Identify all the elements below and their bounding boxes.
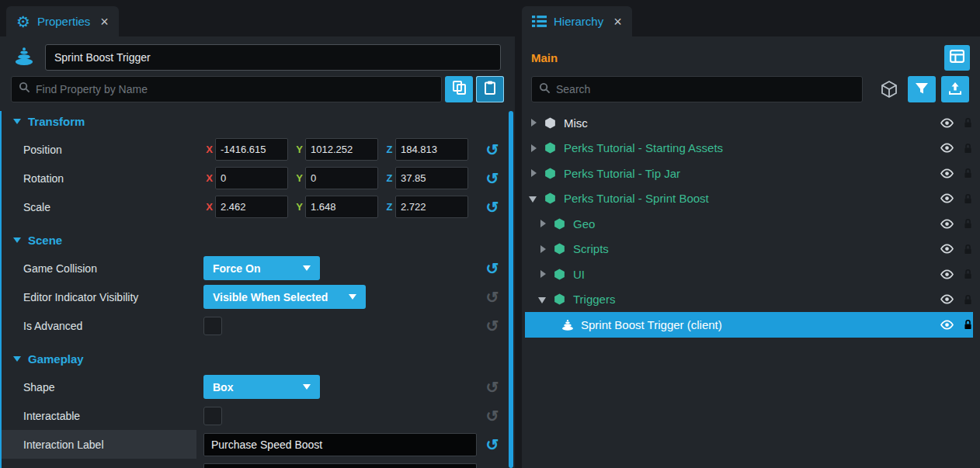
copy-properties-button[interactable] xyxy=(445,76,473,102)
reset-icon[interactable]: ↺ xyxy=(482,261,502,276)
visibility-eye-icon[interactable] xyxy=(940,118,954,128)
property-search-row xyxy=(0,71,515,102)
position-x-input[interactable] xyxy=(215,138,288,161)
lock-icon[interactable] xyxy=(963,193,973,204)
visibility-eye-icon[interactable] xyxy=(940,168,954,179)
template-grid-icon xyxy=(950,49,964,66)
object-name-input[interactable] xyxy=(45,44,501,71)
scale-y-input[interactable] xyxy=(305,196,378,218)
property-search-box[interactable] xyxy=(11,76,442,102)
position-z-input[interactable] xyxy=(395,138,468,161)
lock-icon[interactable] xyxy=(963,319,973,330)
3d-cube-icon[interactable] xyxy=(880,80,898,99)
lock-icon[interactable] xyxy=(963,244,973,255)
publish-upload-button[interactable] xyxy=(941,76,969,102)
property-row-scale: Scale X Y Z ↺ xyxy=(0,192,515,221)
visibility-eye-icon[interactable] xyxy=(940,143,954,153)
filter-button[interactable] xyxy=(908,76,936,102)
game-collision-dropdown[interactable]: Force On xyxy=(203,256,320,280)
vertical-scrollbar[interactable] xyxy=(509,111,513,468)
chevron-right-icon[interactable] xyxy=(537,244,548,255)
is-advanced-checkbox[interactable] xyxy=(203,317,222,335)
chevron-right-icon[interactable] xyxy=(528,143,539,154)
rotation-z-input[interactable] xyxy=(395,167,468,189)
interaction-label-input[interactable] xyxy=(203,433,477,456)
rotation-y-input[interactable] xyxy=(305,167,378,189)
reset-icon: ↺ xyxy=(482,318,502,334)
tree-item-perks-starting-assets[interactable]: Perks Tutorial - Starting Assets xyxy=(525,136,973,161)
tree-item-ui[interactable]: UI xyxy=(525,262,973,287)
hierarchy-header: Main xyxy=(522,36,980,71)
tree-item-triggers[interactable]: Triggers xyxy=(525,287,973,313)
hierarchy-search-box[interactable] xyxy=(531,76,863,102)
lock-icon[interactable] xyxy=(963,218,973,229)
visibility-eye-icon[interactable] xyxy=(940,193,954,203)
group-cube-icon xyxy=(544,192,558,205)
hierarchy-toolbar xyxy=(522,71,980,103)
properties-panel: Transform Position X Y Z ↺ Rotation X Y … xyxy=(0,36,515,468)
template-button[interactable] xyxy=(944,45,970,71)
property-row-shape: Shape Box ↺ xyxy=(0,373,515,401)
hierarchy-tree: Misc Perks Tutorial - Starting Assets xyxy=(522,103,980,338)
close-icon[interactable]: × xyxy=(100,15,109,29)
lock-icon[interactable] xyxy=(963,168,973,179)
section-header-scene[interactable]: Scene xyxy=(0,231,515,248)
chevron-right-icon[interactable] xyxy=(537,218,548,229)
visibility-eye-icon[interactable] xyxy=(940,244,954,254)
tree-item-label: Misc xyxy=(564,116,588,130)
visibility-eye-icon[interactable] xyxy=(940,320,954,330)
reset-icon[interactable]: ↺ xyxy=(482,171,502,186)
tab-hierarchy[interactable]: Hierarchy × xyxy=(522,6,632,36)
scale-x-input[interactable] xyxy=(215,196,288,218)
section-header-gameplay[interactable]: Gameplay xyxy=(0,350,515,367)
hierarchy-search-input[interactable] xyxy=(556,83,855,95)
chevron-right-icon[interactable] xyxy=(537,269,548,279)
dropdown-value: Visible When Selected xyxy=(213,291,328,303)
scale-z-input[interactable] xyxy=(395,196,468,218)
position-y-input[interactable] xyxy=(305,138,378,161)
tree-item-sprint-boost-trigger[interactable]: Sprint Boost Trigger (client) xyxy=(525,312,973,338)
tab-properties[interactable]: ⚙ Properties × xyxy=(6,6,119,36)
chevron-down-icon xyxy=(13,356,21,362)
lock-icon[interactable] xyxy=(963,143,973,154)
lock-icon[interactable] xyxy=(963,117,973,128)
property-search-input[interactable] xyxy=(36,83,434,95)
chevron-expanded-icon[interactable] xyxy=(537,294,548,305)
tree-item-label: Triggers xyxy=(573,293,615,306)
axis-z-label: Z xyxy=(384,201,395,213)
section-title: Scene xyxy=(28,234,62,247)
group-cube-icon xyxy=(544,116,558,130)
reset-icon[interactable]: ↺ xyxy=(482,142,502,158)
section-header-transform[interactable]: Transform xyxy=(0,113,515,130)
tree-item-misc[interactable]: Misc xyxy=(525,110,973,136)
lock-icon[interactable] xyxy=(963,269,973,279)
chevron-expanded-icon[interactable] xyxy=(528,193,539,204)
interactable-checkbox[interactable] xyxy=(203,407,222,425)
reset-icon[interactable]: ↺ xyxy=(482,199,502,215)
tree-item-scripts[interactable]: Scripts xyxy=(525,237,973,262)
reset-icon[interactable]: ↺ xyxy=(482,437,502,452)
shape-dropdown[interactable]: Box xyxy=(203,375,320,399)
paste-properties-button[interactable] xyxy=(476,76,504,102)
visibility-eye-icon[interactable] xyxy=(940,294,954,304)
chevron-right-icon[interactable] xyxy=(528,168,539,179)
property-row-game-collision: Game Collision Force On ↺ xyxy=(0,254,515,283)
root-scene-label[interactable]: Main xyxy=(531,51,558,64)
tree-item-geo[interactable]: Geo xyxy=(525,211,973,237)
group-cube-icon xyxy=(553,242,568,255)
panel-focus-edge xyxy=(0,111,2,468)
chevron-right-icon[interactable] xyxy=(528,117,539,128)
property-label: Rotation xyxy=(0,164,203,192)
visibility-eye-icon[interactable] xyxy=(940,219,954,229)
visibility-eye-icon[interactable] xyxy=(940,269,954,279)
tree-item-perks-sprint-boost[interactable]: Perks Tutorial - Sprint Boost xyxy=(525,186,973,212)
rotation-x-input[interactable] xyxy=(215,167,288,189)
lock-icon[interactable] xyxy=(963,294,973,305)
reset-icon: ↺ xyxy=(482,380,502,395)
axis-y-label: Y xyxy=(294,172,305,184)
close-icon[interactable]: × xyxy=(613,15,622,29)
tree-item-perks-tip-jar[interactable]: Perks Tutorial - Tip Jar xyxy=(525,161,973,186)
editor-indicator-visibility-dropdown[interactable]: Visible When Selected xyxy=(203,285,366,309)
tree-item-label: Scripts xyxy=(573,242,609,255)
hierarchy-panel: Main xyxy=(522,36,980,468)
